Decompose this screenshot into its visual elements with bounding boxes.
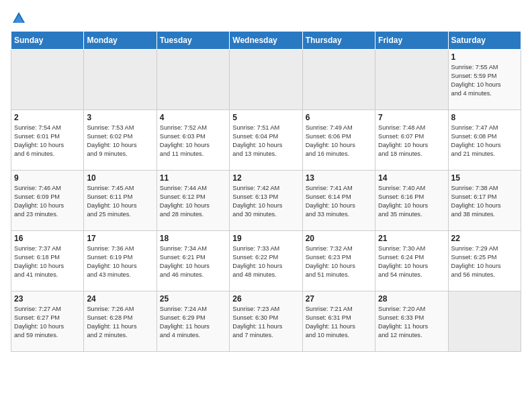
day-info: Sunrise: 7:41 AM Sunset: 6:14 PM Dayligh… [306, 184, 372, 219]
calendar-week-row: 16Sunrise: 7:37 AM Sunset: 6:18 PM Dayli… [11, 231, 521, 291]
day-number: 2 [14, 113, 81, 122]
calendar-cell: 14Sunrise: 7:40 AM Sunset: 6:16 PM Dayli… [375, 171, 448, 231]
day-number: 7 [378, 113, 445, 122]
day-info: Sunrise: 7:47 AM Sunset: 6:08 PM Dayligh… [451, 124, 518, 158]
day-number: 18 [160, 234, 226, 243]
day-number: 22 [451, 234, 518, 243]
weekday-header: Sunday [11, 32, 84, 50]
calendar-cell: 26Sunrise: 7:23 AM Sunset: 6:30 PM Dayli… [230, 291, 302, 352]
weekday-header: Wednesday [230, 32, 302, 50]
calendar-cell [157, 50, 229, 110]
logo [11, 11, 27, 26]
day-info: Sunrise: 7:40 AM Sunset: 6:16 PM Dayligh… [378, 184, 445, 219]
day-info: Sunrise: 7:21 AM Sunset: 6:31 PM Dayligh… [306, 305, 372, 340]
day-number: 12 [232, 173, 299, 183]
day-info: Sunrise: 7:33 AM Sunset: 6:22 PM Dayligh… [232, 244, 299, 279]
calendar-table: SundayMondayTuesdayWednesdayThursdayFrid… [11, 31, 521, 352]
calendar-cell [84, 50, 157, 110]
day-number: 19 [232, 234, 299, 243]
day-number: 13 [306, 173, 372, 183]
calendar-cell: 16Sunrise: 7:37 AM Sunset: 6:18 PM Dayli… [11, 231, 84, 291]
day-info: Sunrise: 7:26 AM Sunset: 6:28 PM Dayligh… [87, 305, 153, 340]
weekday-header: Saturday [448, 32, 521, 50]
day-number: 24 [87, 294, 153, 304]
day-info: Sunrise: 7:32 AM Sunset: 6:23 PM Dayligh… [306, 244, 372, 279]
calendar-cell: 21Sunrise: 7:30 AM Sunset: 6:24 PM Dayli… [375, 231, 448, 291]
calendar-cell: 13Sunrise: 7:41 AM Sunset: 6:14 PM Dayli… [302, 171, 375, 231]
day-number: 4 [160, 113, 226, 122]
calendar-cell: 2Sunrise: 7:54 AM Sunset: 6:01 PM Daylig… [11, 110, 84, 171]
day-number: 1 [451, 52, 518, 62]
calendar-week-row: 2Sunrise: 7:54 AM Sunset: 6:01 PM Daylig… [11, 110, 521, 171]
calendar-cell [302, 50, 375, 110]
day-number: 17 [87, 234, 153, 243]
calendar-cell: 7Sunrise: 7:48 AM Sunset: 6:07 PM Daylig… [375, 110, 448, 171]
day-number: 23 [14, 294, 81, 304]
calendar-cell: 8Sunrise: 7:47 AM Sunset: 6:08 PM Daylig… [448, 110, 521, 171]
calendar-week-row: 1Sunrise: 7:55 AM Sunset: 5:59 PM Daylig… [11, 50, 521, 110]
calendar-cell [230, 50, 302, 110]
day-info: Sunrise: 7:38 AM Sunset: 6:17 PM Dayligh… [451, 184, 518, 219]
calendar-cell: 1Sunrise: 7:55 AM Sunset: 5:59 PM Daylig… [448, 50, 521, 110]
logo-icon [11, 11, 26, 26]
day-number: 27 [306, 294, 372, 304]
day-number: 11 [160, 173, 226, 183]
day-info: Sunrise: 7:48 AM Sunset: 6:07 PM Dayligh… [378, 124, 445, 158]
calendar-cell: 19Sunrise: 7:33 AM Sunset: 6:22 PM Dayli… [230, 231, 302, 291]
calendar-cell: 23Sunrise: 7:27 AM Sunset: 6:27 PM Dayli… [11, 291, 84, 352]
calendar-week-row: 23Sunrise: 7:27 AM Sunset: 6:27 PM Dayli… [11, 291, 521, 352]
day-info: Sunrise: 7:54 AM Sunset: 6:01 PM Dayligh… [14, 124, 81, 158]
calendar-week-row: 9Sunrise: 7:46 AM Sunset: 6:09 PM Daylig… [11, 171, 521, 231]
day-info: Sunrise: 7:55 AM Sunset: 5:59 PM Dayligh… [451, 63, 518, 98]
weekday-header: Tuesday [157, 32, 229, 50]
day-number: 6 [306, 113, 372, 122]
day-info: Sunrise: 7:52 AM Sunset: 6:03 PM Dayligh… [160, 124, 226, 158]
page-header [11, 11, 521, 26]
day-info: Sunrise: 7:42 AM Sunset: 6:13 PM Dayligh… [232, 184, 299, 219]
day-number: 3 [87, 113, 153, 122]
calendar-cell: 22Sunrise: 7:29 AM Sunset: 6:25 PM Dayli… [448, 231, 521, 291]
day-number: 14 [378, 173, 445, 183]
calendar-cell: 15Sunrise: 7:38 AM Sunset: 6:17 PM Dayli… [448, 171, 521, 231]
day-info: Sunrise: 7:23 AM Sunset: 6:30 PM Dayligh… [232, 305, 299, 340]
day-info: Sunrise: 7:34 AM Sunset: 6:21 PM Dayligh… [160, 244, 226, 279]
day-number: 8 [451, 113, 518, 122]
day-info: Sunrise: 7:49 AM Sunset: 6:06 PM Dayligh… [306, 124, 372, 158]
day-number: 15 [451, 173, 518, 183]
day-number: 9 [14, 173, 81, 183]
day-info: Sunrise: 7:51 AM Sunset: 6:04 PM Dayligh… [232, 124, 299, 158]
day-info: Sunrise: 7:44 AM Sunset: 6:12 PM Dayligh… [160, 184, 226, 219]
day-number: 28 [378, 294, 445, 304]
calendar-cell: 5Sunrise: 7:51 AM Sunset: 6:04 PM Daylig… [230, 110, 302, 171]
calendar-cell: 27Sunrise: 7:21 AM Sunset: 6:31 PM Dayli… [302, 291, 375, 352]
day-info: Sunrise: 7:30 AM Sunset: 6:24 PM Dayligh… [378, 244, 445, 279]
day-number: 26 [232, 294, 299, 304]
calendar-cell [375, 50, 448, 110]
calendar-cell: 6Sunrise: 7:49 AM Sunset: 6:06 PM Daylig… [302, 110, 375, 171]
calendar-cell: 18Sunrise: 7:34 AM Sunset: 6:21 PM Dayli… [157, 231, 229, 291]
calendar-cell: 9Sunrise: 7:46 AM Sunset: 6:09 PM Daylig… [11, 171, 84, 231]
day-info: Sunrise: 7:24 AM Sunset: 6:29 PM Dayligh… [160, 305, 226, 340]
calendar-cell [11, 50, 84, 110]
calendar-header: SundayMondayTuesdayWednesdayThursdayFrid… [11, 32, 521, 50]
calendar-cell: 12Sunrise: 7:42 AM Sunset: 6:13 PM Dayli… [230, 171, 302, 231]
calendar-cell: 3Sunrise: 7:53 AM Sunset: 6:02 PM Daylig… [84, 110, 157, 171]
day-number: 10 [87, 173, 153, 183]
day-number: 21 [378, 234, 445, 243]
day-info: Sunrise: 7:45 AM Sunset: 6:11 PM Dayligh… [87, 184, 153, 219]
day-info: Sunrise: 7:29 AM Sunset: 6:25 PM Dayligh… [451, 244, 518, 279]
weekday-header: Thursday [302, 32, 375, 50]
calendar-cell: 4Sunrise: 7:52 AM Sunset: 6:03 PM Daylig… [157, 110, 229, 171]
day-info: Sunrise: 7:46 AM Sunset: 6:09 PM Dayligh… [14, 184, 81, 219]
weekday-header: Friday [375, 32, 448, 50]
header-row: SundayMondayTuesdayWednesdayThursdayFrid… [11, 32, 521, 50]
calendar-cell: 25Sunrise: 7:24 AM Sunset: 6:29 PM Dayli… [157, 291, 229, 352]
day-info: Sunrise: 7:37 AM Sunset: 6:18 PM Dayligh… [14, 244, 81, 279]
calendar-cell: 11Sunrise: 7:44 AM Sunset: 6:12 PM Dayli… [157, 171, 229, 231]
day-number: 5 [232, 113, 299, 122]
day-number: 25 [160, 294, 226, 304]
calendar-cell: 28Sunrise: 7:20 AM Sunset: 6:33 PM Dayli… [375, 291, 448, 352]
calendar-cell [448, 291, 521, 352]
day-number: 16 [14, 234, 81, 243]
calendar-cell: 20Sunrise: 7:32 AM Sunset: 6:23 PM Dayli… [302, 231, 375, 291]
